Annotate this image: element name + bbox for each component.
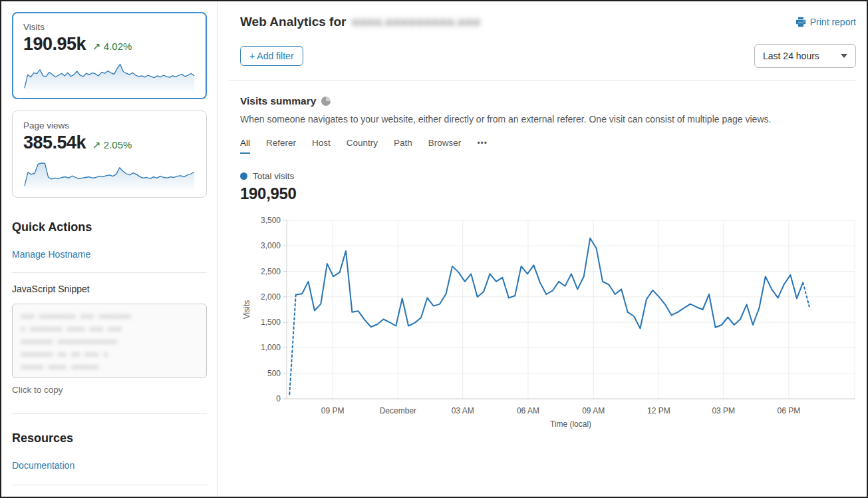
visits-chart: 05001,0001,5002,0002,5003,0003,50009 PMD… bbox=[240, 214, 856, 440]
svg-text:09 PM: 09 PM bbox=[321, 406, 345, 415]
svg-text:03 PM: 03 PM bbox=[712, 406, 735, 415]
time-range-dropdown[interactable]: Last 24 hours bbox=[754, 44, 856, 68]
tab-country[interactable]: Country bbox=[347, 138, 378, 154]
visits-summary-description: When someone navigates to your website, … bbox=[240, 114, 856, 124]
javascript-snippet-label: JavaScript Snippet bbox=[12, 284, 207, 294]
quick-actions-heading: Quick Actions bbox=[12, 220, 207, 234]
sidebar: Visits 190.95k ↗ 4.02% Page views 385.54… bbox=[1, 1, 217, 497]
divider bbox=[12, 485, 207, 485]
tab-browser[interactable]: Browser bbox=[428, 138, 462, 154]
tab-host[interactable]: Host bbox=[312, 138, 331, 154]
svg-text:Time (local): Time (local) bbox=[550, 419, 591, 429]
more-tabs-button[interactable]: ••• bbox=[477, 138, 488, 154]
visits-line-chart: 05001,0001,5002,0002,5003,0003,50009 PMD… bbox=[240, 214, 860, 437]
resources-heading: Resources bbox=[12, 431, 207, 445]
svg-text:December: December bbox=[380, 406, 416, 415]
svg-text:06 AM: 06 AM bbox=[517, 406, 539, 415]
pie-chart-icon bbox=[321, 97, 331, 106]
metric-title: Page views bbox=[23, 121, 196, 130]
time-range-value: Last 24 hours bbox=[763, 51, 819, 61]
tab-referer[interactable]: Referer bbox=[266, 138, 296, 154]
svg-text:0: 0 bbox=[276, 394, 281, 403]
metric-delta: ↗ 2.05% bbox=[92, 139, 132, 151]
tab-path[interactable]: Path bbox=[394, 138, 412, 154]
web-analytics-dashboard: Visits 190.95k ↗ 4.02% Page views 385.54… bbox=[0, 0, 868, 498]
page-views-sparkline bbox=[23, 156, 196, 192]
print-report-label: Print report bbox=[810, 17, 856, 27]
blurred-code-line: ▪▪▪▪▪ ▪▪▪▪ ▪▪▪▪▪▪ bbox=[21, 362, 198, 374]
metric-card-page-views[interactable]: Page views 385.54k ↗ 2.05% bbox=[12, 111, 207, 198]
javascript-snippet-box[interactable]: ▪▪▪ ▪▪▪▪▪▪▪▪ ▪▪▪ ▪▪▪▪▪▪▪ ▪ ▪▪▪▪▪▪▪ ▪▪▪▪ … bbox=[12, 304, 207, 378]
divider bbox=[229, 80, 856, 81]
add-filter-button[interactable]: + Add filter bbox=[240, 46, 303, 66]
chevron-down-icon bbox=[841, 54, 847, 58]
visits-summary-title: Visits summary bbox=[240, 95, 316, 107]
svg-text:1,500: 1,500 bbox=[261, 318, 281, 327]
blurred-code-line: ▪ ▪▪▪▪▪▪▪ ▪▪▪▪ ▪▪▪ ▪▪▪ bbox=[21, 324, 198, 336]
metric-delta: ↗ 4.02% bbox=[92, 41, 132, 53]
dimension-tabs: All Referer Host Country Path Browser ••… bbox=[240, 138, 856, 154]
svg-text:06 PM: 06 PM bbox=[778, 406, 801, 415]
svg-text:Visits: Visits bbox=[242, 300, 251, 319]
metric-title: Visits bbox=[23, 22, 196, 32]
metric-value: 190.95k bbox=[23, 34, 86, 55]
tab-all[interactable]: All bbox=[240, 138, 250, 154]
total-visits-value: 190,950 bbox=[240, 184, 856, 203]
legend-label: Total visits bbox=[253, 171, 294, 181]
metric-value: 385.54k bbox=[23, 132, 86, 153]
main-panel: Web Analytics for ●●●●.●●●●●●●●●.●●● Pri… bbox=[217, 1, 867, 497]
page-title: Web Analytics for bbox=[240, 15, 346, 29]
blurred-domain: ●●●●.●●●●●●●●●.●●● bbox=[351, 15, 480, 29]
manage-hostname-link[interactable]: Manage Hostname bbox=[12, 249, 90, 260]
svg-text:500: 500 bbox=[267, 369, 281, 378]
svg-text:2,500: 2,500 bbox=[261, 267, 281, 276]
divider bbox=[12, 272, 207, 273]
visits-sparkline bbox=[23, 57, 196, 93]
svg-text:3,500: 3,500 bbox=[261, 216, 281, 225]
blurred-code-line: ▪▪▪ ▪▪▪▪▪▪▪▪ ▪▪▪ ▪▪▪▪▪▪▪ bbox=[21, 311, 198, 324]
svg-text:3,000: 3,000 bbox=[261, 241, 281, 250]
svg-text:2,000: 2,000 bbox=[261, 292, 281, 302]
svg-text:12 PM: 12 PM bbox=[647, 406, 670, 415]
blurred-code-line: ▪▪▪▪▪▪▪ ▪▪ ▪▪ ▪▪▪ ▪ bbox=[21, 349, 198, 362]
trend-up-icon: ↗ bbox=[92, 41, 101, 52]
svg-text:09 AM: 09 AM bbox=[582, 406, 605, 415]
click-to-copy-hint: Click to copy bbox=[12, 385, 207, 395]
metric-card-visits[interactable]: Visits 190.95k ↗ 4.02% bbox=[12, 12, 207, 99]
trend-up-icon: ↗ bbox=[92, 139, 101, 150]
chart-legend: Total visits bbox=[240, 171, 856, 181]
svg-text:1,000: 1,000 bbox=[261, 343, 281, 352]
print-report-button[interactable]: Print report bbox=[796, 17, 856, 27]
divider bbox=[12, 413, 207, 414]
documentation-link[interactable]: Documentation bbox=[12, 460, 74, 471]
legend-dot-icon bbox=[240, 172, 247, 180]
printer-icon bbox=[796, 17, 806, 27]
blurred-code-line: ▪▪▪▪▪▪▪ ▪▪▪▪▪▪▪▪▪▪▪▪▪ bbox=[21, 336, 198, 349]
svg-text:03 AM: 03 AM bbox=[452, 406, 474, 415]
